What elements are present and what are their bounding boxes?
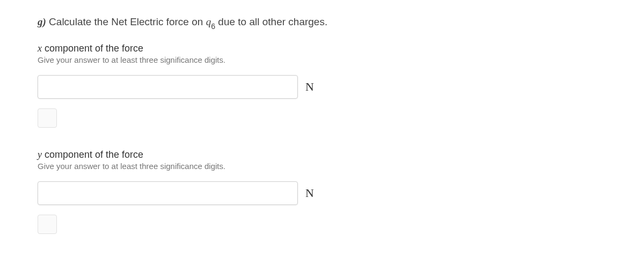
y-component-block: y component of the force Give your answe… [38,149,606,234]
y-answer-input[interactable] [38,181,298,205]
y-component-title: y component of the force [38,149,606,160]
y-input-row: N [38,181,606,205]
y-hint: Give your answer to at least three signi… [38,162,606,171]
y-unit: N [305,186,314,200]
x-action-button[interactable] [38,108,57,128]
x-title-rest: component of the force [42,43,143,54]
x-answer-input[interactable] [38,75,298,99]
y-action-button[interactable] [38,215,57,234]
x-component-block: x component of the force Give your answe… [38,43,606,128]
y-var: y [38,149,42,160]
x-hint: Give your answer to at least three signi… [38,55,606,64]
question-variable: q [206,16,211,27]
question-header: g) Calculate the Net Electric force on q… [38,16,606,28]
x-component-title: x component of the force [38,43,606,54]
x-unit: N [305,80,314,94]
y-title-rest: component of the force [42,149,143,160]
question-text-before: Calculate the Net Electric force on [46,16,206,27]
x-var: x [38,43,42,54]
question-label: g) [38,16,46,27]
question-subscript: 6 [211,22,215,31]
question-text-after: due to all other charges. [215,16,327,27]
x-input-row: N [38,75,606,99]
